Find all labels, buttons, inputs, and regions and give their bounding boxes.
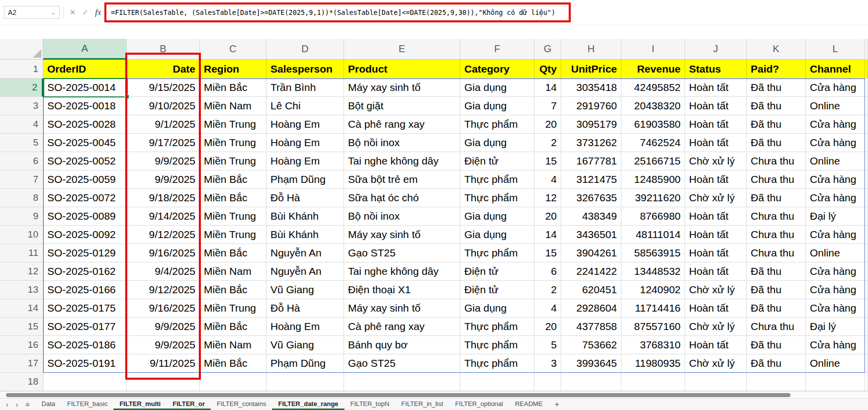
column-header-F[interactable]: F <box>460 39 534 60</box>
sheet-tab-FILTER_contains[interactable]: FILTER_contains <box>211 399 272 410</box>
cell-A15[interactable]: SO-2025-0177 <box>43 318 127 336</box>
cell-E12[interactable]: Tai nghe không dây <box>344 262 460 281</box>
cell-E6[interactable]: Tai nghe không dây <box>344 152 460 170</box>
header-cell-C1[interactable]: Region <box>200 60 266 79</box>
cell-K9[interactable]: Chưa thu <box>747 207 806 226</box>
cell-A6[interactable]: SO-2025-0052 <box>43 152 127 170</box>
row-header-18[interactable]: 18 <box>0 373 43 391</box>
header-cell-F1[interactable]: Category <box>460 60 534 79</box>
cell-C3[interactable]: Miền Nam <box>200 97 266 115</box>
cell-G15[interactable]: 20 <box>534 318 561 336</box>
cell-A12[interactable]: SO-2025-0162 <box>43 262 127 281</box>
cell-K4[interactable]: Đã thu <box>747 115 806 134</box>
cell-F10[interactable]: Gia dụng <box>460 226 534 244</box>
cell-G9[interactable]: 20 <box>534 207 561 226</box>
cell-B15[interactable]: 9/9/2025 <box>127 318 200 336</box>
cell-D6[interactable]: Hoàng Em <box>266 152 344 170</box>
row-header-17[interactable]: 17 <box>0 354 43 373</box>
cell-G5[interactable]: 2 <box>534 134 561 152</box>
row-header-15[interactable]: 15 <box>0 318 43 336</box>
cell-D13[interactable]: Vũ Giang <box>266 281 344 299</box>
cell-H15[interactable]: 4377858 <box>561 318 621 336</box>
cell-J17[interactable]: Chờ xử lý <box>685 354 747 373</box>
cell-H9[interactable]: 438349 <box>561 207 621 226</box>
header-cell-L1[interactable]: Channel <box>806 60 865 79</box>
header-cell-A1[interactable]: OrderID <box>43 60 127 79</box>
cell-I2[interactable]: 42495852 <box>621 79 685 97</box>
cell-H10[interactable]: 3436501 <box>561 226 621 244</box>
cell-D9[interactable]: Bùi Khánh <box>266 207 344 226</box>
cell-E3[interactable]: Bột giặt <box>344 97 460 115</box>
column-header-D[interactable]: D <box>266 39 344 60</box>
cell-C16[interactable]: Miền Nam <box>200 336 266 354</box>
cell-H2[interactable]: 3035418 <box>561 79 621 97</box>
header-cell-D1[interactable]: Salesperson <box>266 60 344 79</box>
cell-L12[interactable]: Cửa hàng <box>806 262 865 281</box>
cell-F18[interactable] <box>460 373 534 391</box>
sheet-tab-FILTER_optional[interactable]: FILTER_optional <box>449 399 509 410</box>
row-header-8[interactable]: 8 <box>0 189 43 207</box>
cell-L2[interactable]: Cửa hàng <box>806 79 865 97</box>
cell-G17[interactable]: 3 <box>534 354 561 373</box>
cell-B14[interactable]: 9/16/2025 <box>127 299 200 318</box>
cell-K7[interactable]: Chưa thu <box>747 170 806 189</box>
cell-I18[interactable] <box>621 373 685 391</box>
column-header-G[interactable]: G <box>534 39 561 60</box>
cell-J16[interactable]: Hoàn tất <box>685 336 747 354</box>
cell-B3[interactable]: 9/10/2025 <box>127 97 200 115</box>
cell-G7[interactable]: 4 <box>534 170 561 189</box>
cell-H5[interactable]: 3731262 <box>561 134 621 152</box>
sheet-tab-Data[interactable]: Data <box>36 399 61 410</box>
cell-B7[interactable]: 9/9/2025 <box>127 170 200 189</box>
cell-G3[interactable]: 7 <box>534 97 561 115</box>
cell-C2[interactable]: Miền Bắc <box>200 79 266 97</box>
cell-J11[interactable]: Hoàn tất <box>685 244 747 262</box>
cell-D8[interactable]: Đỗ Hà <box>266 189 344 207</box>
cell-J5[interactable]: Hoàn tất <box>685 134 747 152</box>
cell-F13[interactable]: Điện tử <box>460 281 534 299</box>
cell-J13[interactable]: Chờ xử lý <box>685 281 747 299</box>
cell-E18[interactable] <box>344 373 460 391</box>
cell-G18[interactable] <box>534 373 561 391</box>
cell-L10[interactable]: Cửa hàng <box>806 226 865 244</box>
add-sheet-button[interactable]: + <box>549 399 565 410</box>
row-header-10[interactable]: 10 <box>0 226 43 244</box>
all-sheets-menu-icon[interactable]: ≡ <box>25 401 29 409</box>
header-cell-B1[interactable]: Date <box>127 60 200 79</box>
cell-H12[interactable]: 2241422 <box>561 262 621 281</box>
cell-A18[interactable] <box>43 373 127 391</box>
cell-D15[interactable]: Hoàng Em <box>266 318 344 336</box>
cell-A2[interactable]: SO-2025-0014 <box>43 79 127 97</box>
cell-G4[interactable]: 20 <box>534 115 561 134</box>
prev-sheet-icon[interactable]: ‹ <box>6 401 8 409</box>
cell-I5[interactable]: 7462524 <box>621 134 685 152</box>
cell-D4[interactable]: Hoàng Em <box>266 115 344 134</box>
sheet-tab-FILTER_or[interactable]: FILTER_or <box>167 399 211 410</box>
column-header-A[interactable]: A <box>43 39 127 60</box>
cell-I7[interactable]: 12485900 <box>621 170 685 189</box>
cancel-icon[interactable]: ✕ <box>70 8 76 17</box>
cell-F7[interactable]: Thực phẩm <box>460 170 534 189</box>
cell-E5[interactable]: Bộ nồi inox <box>344 134 460 152</box>
cell-A4[interactable]: SO-2025-0028 <box>43 115 127 134</box>
sheet-tab-FILTER_basic[interactable]: FILTER_basic <box>61 399 113 410</box>
column-header-C[interactable]: C <box>200 39 266 60</box>
cell-E16[interactable]: Bánh quy bơ <box>344 336 460 354</box>
cell-E15[interactable]: Cà phê rang xay <box>344 318 460 336</box>
cell-K6[interactable]: Chưa thu <box>747 152 806 170</box>
cell-C4[interactable]: Miền Trung <box>200 115 266 134</box>
cell-H7[interactable]: 3121475 <box>561 170 621 189</box>
cell-G13[interactable]: 2 <box>534 281 561 299</box>
cell-J18[interactable] <box>685 373 747 391</box>
cell-D12[interactable]: Nguyễn An <box>266 262 344 281</box>
sheet-tab-FILTER_date_range[interactable]: FILTER_date_range <box>272 399 344 410</box>
cell-I9[interactable]: 8766980 <box>621 207 685 226</box>
cell-A7[interactable]: SO-2025-0059 <box>43 170 127 189</box>
cell-A16[interactable]: SO-2025-0186 <box>43 336 127 354</box>
cell-E7[interactable]: Sữa bột trẻ em <box>344 170 460 189</box>
cell-A8[interactable]: SO-2025-0072 <box>43 189 127 207</box>
cell-B17[interactable]: 9/11/2025 <box>127 354 200 373</box>
cell-A3[interactable]: SO-2025-0018 <box>43 97 127 115</box>
cell-C18[interactable] <box>200 373 266 391</box>
column-header-L[interactable]: L <box>806 39 865 60</box>
